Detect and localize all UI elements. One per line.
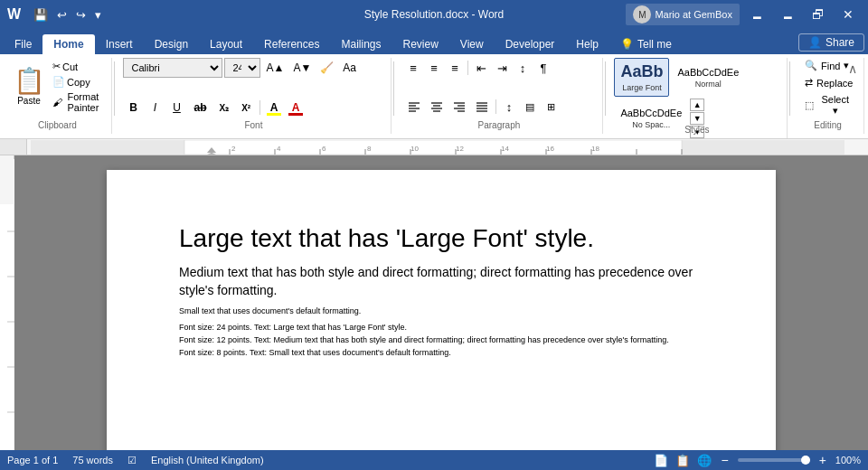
left-ruler-svg	[0, 159, 14, 450]
copy-button[interactable]: 📄Copy	[49, 75, 106, 89]
line-spacing-button[interactable]: ↕	[499, 97, 519, 117]
tab-file[interactable]: File	[4, 34, 42, 54]
superscript-button[interactable]: X²	[236, 98, 256, 118]
format-painter-button[interactable]: 🖌Format Painter	[49, 90, 106, 114]
bold-button[interactable]: B	[123, 98, 143, 118]
highlight-icon: A	[270, 101, 278, 114]
show-hide-button[interactable]: ¶	[533, 58, 553, 78]
replace-button[interactable]: ⇄ Replace	[799, 75, 858, 90]
document-area[interactable]: Large text that has 'Large Font' style. …	[14, 155, 868, 450]
language: English (United Kingdom)	[151, 455, 264, 466]
svg-text:4: 4	[277, 145, 281, 153]
tab-layout[interactable]: Layout	[199, 34, 253, 54]
style-normal[interactable]: AaBbCcDdEe Normal	[671, 62, 745, 93]
align-justify-icon	[476, 101, 488, 112]
styles-group-label: Styles	[607, 123, 787, 136]
shading-button[interactable]: ▤	[520, 97, 540, 117]
word-icon: W	[7, 6, 21, 23]
redo-button[interactable]: ↪	[72, 6, 90, 24]
style-label-normal: Normal	[695, 80, 722, 89]
info-3: Font size: 8 points. Text: Small text th…	[179, 348, 703, 357]
cut-button[interactable]: ✂Cut	[49, 60, 106, 73]
user-area[interactable]: M Mario at GemBox	[626, 4, 740, 25]
svg-rect-17	[31, 140, 184, 155]
align-justify-button[interactable]	[471, 97, 493, 117]
tab-view[interactable]: View	[449, 34, 495, 54]
font-color-icon: A	[292, 101, 300, 114]
view-print-button[interactable]: 📋	[675, 454, 690, 467]
multilevel-list-button[interactable]: ≡	[445, 58, 465, 78]
title-bar-left: W 💾 ↩ ↪ ▾	[7, 6, 105, 24]
window-title: Style Resolution.docx - Word	[364, 8, 505, 21]
align-left-button[interactable]	[403, 97, 425, 117]
view-normal-button[interactable]: 📄	[654, 454, 668, 467]
svg-text:8: 8	[367, 145, 372, 153]
tab-insert[interactable]: Insert	[95, 34, 144, 54]
tab-design[interactable]: Design	[144, 34, 199, 54]
editing-group-label: Editing	[792, 118, 863, 132]
grow-font-button[interactable]: A▲	[262, 60, 288, 76]
tab-developer[interactable]: Developer	[495, 34, 566, 54]
share-button[interactable]: 👤Share	[798, 33, 864, 52]
quick-access-dropdown[interactable]: ▾	[91, 6, 105, 24]
font-name-select[interactable]: Calibri	[123, 58, 222, 78]
close-button[interactable]: ✕	[835, 4, 861, 25]
status-bar-left: Page 1 of 1 75 words ☑ English (United K…	[7, 455, 264, 466]
ruler-inner: var ticks = ''; for(var i=170; i<=720; i…	[27, 140, 868, 155]
style-preview-nospace: AaBbCcDdEe	[620, 108, 682, 118]
shrink-font-button[interactable]: A▼	[289, 60, 315, 76]
borders-button[interactable]: ⊞	[541, 97, 561, 117]
select-button[interactable]: ⬚ Select ▾	[799, 92, 858, 118]
sort-button[interactable]: ↕	[513, 58, 533, 78]
italic-button[interactable]: I	[145, 98, 165, 118]
align-right-button[interactable]	[448, 97, 470, 117]
bullet-list-button[interactable]: ≡	[403, 58, 423, 78]
styles-scroll-up[interactable]: ▲	[690, 99, 704, 111]
clear-format-button[interactable]: 🧹	[316, 60, 337, 76]
tab-home[interactable]: Home	[42, 34, 94, 54]
left-ruler	[0, 155, 14, 450]
decrease-indent-button[interactable]: ⇤	[471, 58, 491, 78]
maximize-button[interactable]: 🗗	[805, 4, 832, 25]
subscript-button[interactable]: X₂	[214, 98, 235, 118]
font-group-label: Font	[116, 118, 391, 132]
view-web-button[interactable]: 🌐	[697, 454, 712, 467]
tab-references[interactable]: References	[253, 34, 330, 54]
strikethrough-button[interactable]: ab	[188, 98, 212, 118]
font-color-button[interactable]: A	[286, 98, 306, 118]
paragraph-group-label: Paragraph	[396, 118, 602, 132]
zoom-slider[interactable]	[738, 458, 810, 462]
tell-me-button[interactable]: 💡Tell me	[609, 34, 683, 54]
svg-text:18: 18	[591, 145, 599, 153]
user-avatar: M	[633, 5, 651, 24]
tab-mailings[interactable]: Mailings	[330, 34, 392, 54]
ribbon-display-button[interactable]: 🗕	[743, 4, 770, 25]
info-2: Font size: 12 points. Text: Medium text …	[179, 335, 703, 344]
minimize-button[interactable]: 🗕	[774, 4, 801, 25]
text-highlight-button[interactable]: A	[264, 98, 284, 118]
ribbon-collapse-button[interactable]: ∧	[845, 61, 860, 76]
svg-text:12: 12	[456, 145, 464, 153]
title-bar-right: M Mario at GemBox 🗕 🗕 🗗 ✕	[626, 4, 861, 25]
save-button[interactable]: 💾	[30, 6, 52, 24]
undo-button[interactable]: ↩	[53, 6, 71, 24]
zoom-in-button[interactable]: +	[817, 453, 828, 467]
ruler: var ticks = ''; for(var i=170; i<=720; i…	[0, 139, 868, 155]
style-label-large: Large Font	[622, 83, 662, 92]
tab-review[interactable]: Review	[392, 34, 448, 54]
zoom-thumb	[801, 456, 810, 465]
ribbon: 📋 Paste ✂Cut 📄Copy 🖌Format Painter Clipb…	[0, 54, 868, 139]
ruler-corner[interactable]	[0, 139, 27, 155]
tab-help[interactable]: Help	[565, 34, 609, 54]
numbered-list-button[interactable]: ≡	[424, 58, 444, 78]
style-large-font[interactable]: AaBb Large Font	[614, 58, 669, 97]
increase-indent-button[interactable]: ⇥	[492, 58, 512, 78]
underline-button[interactable]: U	[166, 98, 186, 118]
change-case-button[interactable]: Aa	[339, 60, 360, 76]
zoom-out-button[interactable]: −	[719, 453, 730, 467]
paste-icon: 📋	[14, 69, 45, 94]
editing-group: 🔍 Find ▾ ⇄ Replace ⬚ Select ▾ Editing ∧	[792, 58, 864, 134]
paste-button[interactable]: 📋 Paste	[9, 58, 49, 116]
font-size-select[interactable]: 24	[224, 58, 260, 78]
align-center-button[interactable]	[426, 97, 448, 117]
